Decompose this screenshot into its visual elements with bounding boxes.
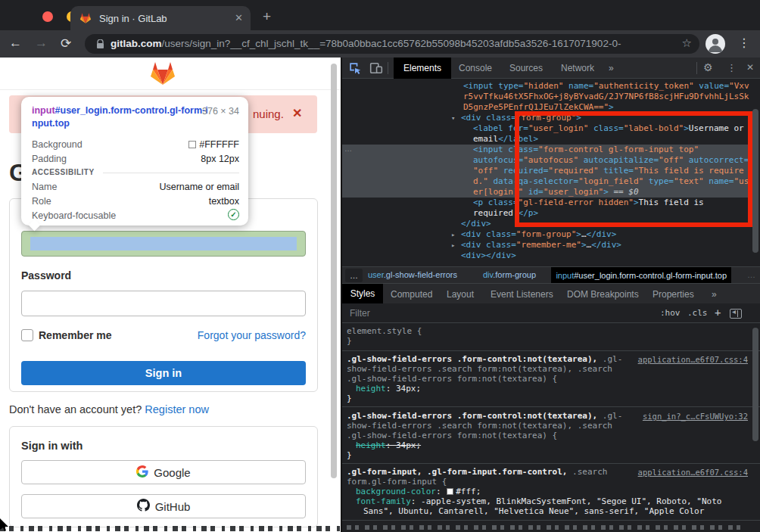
breadcrumb-item[interactable]: user.gl-show-field-errors	[368, 270, 457, 279]
page-scrollbar-thumb[interactable]	[331, 64, 337, 478]
lock-icon[interactable]	[96, 39, 104, 52]
tab-console[interactable]: Console	[459, 63, 492, 73]
tab-styles[interactable]: Styles	[342, 284, 383, 304]
sidebar-toggle-icon[interactable]	[730, 309, 742, 319]
stylesheet-link[interactable]: application…e6f07.css:4	[638, 468, 748, 478]
css-rule-line[interactable]: }	[347, 336, 352, 346]
css-rule-line[interactable]: .gl-show-field-errors form:not(textarea)…	[347, 374, 557, 384]
tab-elements[interactable]: Elements	[394, 58, 451, 79]
alert-close-icon[interactable]: ✕	[292, 106, 302, 120]
styles-filter-bar: Filter :hov .cls +	[342, 303, 760, 323]
tooltip-background-label: Background	[32, 139, 83, 150]
breadcrumb-overflow[interactable]: …	[345, 269, 363, 282]
css-rule-line[interactable]: background-color: #fff;	[356, 487, 481, 496]
css-rule-line[interactable]: font-family: -apple-system, BlinkMacSyst…	[356, 496, 721, 506]
github-signin-button[interactable]: GitHub	[21, 494, 306, 518]
tooltip-selector-tag: input	[32, 105, 55, 116]
username-input[interactable]	[21, 231, 306, 257]
node-hover-dots[interactable]: …	[344, 145, 353, 153]
breadcrumb-item-selected[interactable]: input#user_login.form-control.gl-form-in…	[551, 267, 731, 284]
css-rule-line[interactable]: show-field-errors .search form:not(texta…	[347, 364, 612, 374]
tab-event-listeners[interactable]: Event Listeners	[491, 289, 553, 300]
dom-node-line[interactable]: ▸<div class="remember-me">…</div>	[461, 240, 621, 250]
css-rule-line[interactable]: height: 34px;	[356, 440, 421, 450]
profile-avatar[interactable]	[705, 34, 725, 54]
tab-strip: Sign in · GitLab ✕ +	[0, 0, 760, 30]
rule-divider	[342, 520, 760, 521]
devtools-menu-icon[interactable]: ⋮	[727, 62, 737, 73]
password-input[interactable]	[21, 291, 306, 316]
dom-node-line[interactable]: <input type="hidden" name="authenticity_…	[463, 81, 749, 92]
tab-network[interactable]: Network	[561, 63, 594, 73]
tooltip-role-value: textbox	[209, 196, 239, 207]
css-rule-line[interactable]: element.style {	[347, 326, 422, 336]
google-signin-button[interactable]: Google	[21, 460, 306, 484]
clipped-css-row	[347, 525, 740, 530]
settings-gear-icon[interactable]: ⚙	[703, 61, 713, 73]
rule-divider	[342, 406, 760, 407]
register-now-link[interactable]: Register now	[145, 403, 209, 415]
more-tabs-icon[interactable]: »	[609, 63, 614, 73]
inspect-element-icon[interactable]	[348, 61, 362, 78]
bookmark-star-icon[interactable]: ☆	[682, 36, 692, 50]
new-style-rule-button[interactable]: +	[715, 306, 721, 319]
forward-button[interactable]: →	[35, 36, 48, 51]
class-toggle-button[interactable]: .cls	[687, 308, 708, 318]
hover-state-button[interactable]: :hov	[660, 308, 681, 318]
dom-node-line[interactable]: r5vvTfku46tX5FhxOG+j8yBYvadG/2JY7NP6fB8s…	[463, 92, 749, 102]
url-text[interactable]: gitlab.com/users/sign_in?__cf_chl_jschl_…	[111, 38, 671, 49]
css-rule-line[interactable]: .gl-show-field-errors .form-control:not(…	[347, 411, 622, 421]
dom-node-line[interactable]: <div></div>	[461, 250, 516, 261]
back-button[interactable]: ←	[9, 36, 22, 51]
css-rule-line[interactable]: .gl-show-field-errors form:not(textarea)…	[347, 431, 557, 440]
rule-divider	[342, 350, 760, 351]
tooltip-background-value: #FFFFFF	[188, 139, 239, 150]
css-rule-line[interactable]: }	[347, 450, 352, 460]
elements-scrollbar-thumb[interactable]	[752, 109, 758, 253]
google-button-label: Google	[154, 466, 190, 479]
tab-properties[interactable]: Properties	[653, 289, 694, 300]
css-rule-line[interactable]: Sans", Ubuntu, Cantarell, "Helvetica Neu…	[363, 506, 704, 516]
breadcrumb-item[interactable]: div.form-group	[483, 270, 536, 279]
styles-sidebar-tabs: Styles Computed Layout Event Listeners D…	[342, 283, 760, 303]
tooltip-role-label: Role	[32, 196, 51, 207]
forgot-password-link[interactable]: Forgot your password?	[198, 329, 306, 341]
new-tab-button[interactable]: +	[263, 8, 271, 25]
device-toolbar-icon[interactable]	[369, 61, 383, 78]
stylesheet-link[interactable]: sign_in?_c…cFsUWUyo:32	[643, 412, 748, 422]
tab-computed[interactable]: Computed	[391, 289, 432, 300]
styles-filter-input[interactable]: Filter	[350, 308, 370, 319]
stylesheet-link[interactable]: application…e6f07.css:4	[638, 355, 748, 365]
register-prompt-text: Don't have an account yet?	[9, 403, 145, 415]
tooltip-name-value: Username or email	[159, 182, 239, 192]
tab-layout[interactable]: Layout	[447, 289, 474, 300]
css-rule-line[interactable]: .gl-show-field-errors .form-control:not(…	[347, 354, 622, 364]
devtools-close-icon[interactable]: ✕	[746, 62, 754, 73]
expand-arrow-closed-icon[interactable]: ▸	[451, 240, 455, 250]
css-rule-line[interactable]: height: 34px;	[356, 384, 421, 394]
breadcrumb-overflow-right[interactable]: …	[747, 270, 755, 279]
expand-arrow-open-icon[interactable]: ▾	[451, 113, 455, 123]
close-window-button[interactable]	[42, 11, 53, 22]
dom-node-line[interactable]: ▸<div class="form-group">…</div>	[461, 229, 616, 240]
tab-sources[interactable]: Sources	[509, 63, 543, 73]
css-rule-line[interactable]: form.gl-form-input {	[347, 477, 447, 487]
sign-in-button[interactable]: Sign in	[21, 361, 306, 385]
tab-dom-breakpoints[interactable]: DOM Breakpoints	[567, 289, 639, 300]
css-rule-line[interactable]: }	[347, 394, 352, 403]
address-bar[interactable]: gitlab.com/users/sign_in?__cf_chl_jschl_…	[85, 34, 699, 54]
tooltip-padding-label: Padding	[32, 154, 67, 164]
toolbar-separator	[696, 62, 697, 74]
tab-close-icon[interactable]: ✕	[235, 12, 243, 23]
sidebar-more-tabs-icon[interactable]: »	[712, 289, 717, 300]
tooltip-accessibility-heading: ACCESSIBILITY	[32, 168, 95, 176]
expand-arrow-closed-icon[interactable]: ▸	[451, 229, 455, 240]
browser-tab[interactable]: Sign in · GitLab ✕	[70, 6, 251, 30]
reload-button[interactable]: ⟳	[61, 36, 71, 51]
css-rule-line[interactable]: .gl-form-input, .gl-form-input.form-cont…	[347, 467, 607, 477]
styles-scrollbar-thumb[interactable]	[752, 328, 758, 441]
browser-menu-icon[interactable]: ⋮	[738, 36, 750, 50]
dom-node-line[interactable]: </div>	[461, 219, 491, 229]
css-rule-line[interactable]: show-field-errors .search form:not(texta…	[347, 421, 612, 431]
remember-me-checkbox[interactable]	[21, 329, 33, 341]
